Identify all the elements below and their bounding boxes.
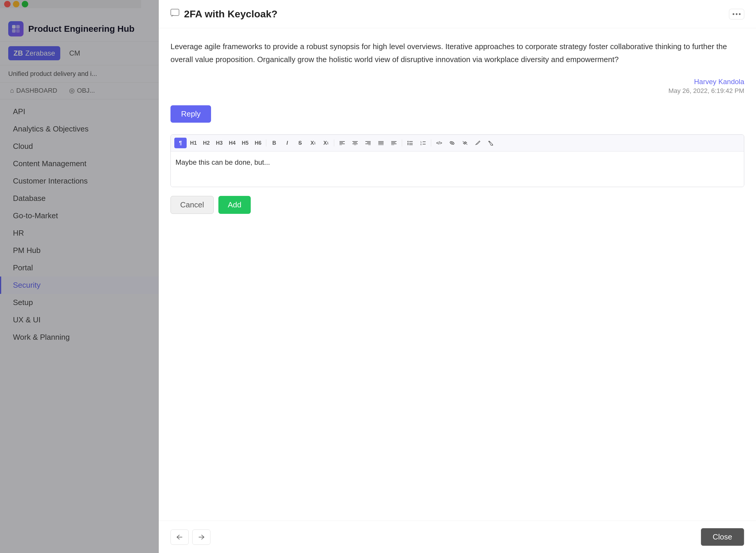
question-body-text: Leverage agile frameworks to provide a r… — [171, 40, 744, 66]
modal-chat-icon — [171, 9, 179, 19]
toolbar-align-none-btn[interactable] — [388, 138, 400, 148]
prev-arrow-button[interactable] — [171, 530, 189, 545]
toolbar-superscript-btn[interactable]: X1 — [307, 138, 319, 148]
toolbar-strikethrough-btn[interactable]: S — [294, 138, 306, 148]
toolbar-divider-2 — [334, 140, 334, 147]
toolbar-italic-btn[interactable]: I — [281, 138, 293, 148]
reply-editor: ¶ H1 H2 H3 H4 H5 H6 B I S X1 X1 — [171, 135, 744, 187]
modal-body: Leverage agile frameworks to provide a r… — [159, 28, 756, 521]
svg-point-25 — [407, 141, 408, 142]
navigation-arrows — [171, 530, 210, 545]
modal-header: 2FA with Keycloak? ••• — [159, 0, 756, 28]
toolbar-align-justify-btn[interactable] — [375, 138, 387, 148]
toolbar-h1-btn[interactable]: H1 — [187, 138, 200, 148]
toolbar-bullet-list-btn[interactable] — [404, 138, 416, 148]
toolbar-link-btn[interactable] — [446, 138, 458, 148]
toolbar-pen-btn[interactable] — [472, 138, 484, 148]
toolbar-paragraph-btn[interactable]: ¶ — [174, 138, 187, 148]
toolbar-code-btn[interactable]: </> — [433, 138, 445, 148]
toolbar-h5-btn[interactable]: H5 — [239, 138, 251, 148]
svg-text:1.: 1. — [420, 141, 422, 143]
modal-title-row: 2FA with Keycloak? — [171, 8, 277, 20]
reply-button[interactable]: Reply — [171, 105, 211, 123]
toolbar-divider-3 — [402, 140, 402, 147]
toolbar-ordered-list-btn[interactable]: 1.2. — [417, 138, 429, 148]
modal-dialog: 2FA with Keycloak? ••• Leverage agile fr… — [159, 0, 756, 553]
toolbar-h3-btn[interactable]: H3 — [213, 138, 225, 148]
svg-text:2.: 2. — [420, 143, 422, 145]
next-arrow-button[interactable] — [192, 530, 210, 545]
editor-toolbar: ¶ H1 H2 H3 H4 H5 H6 B I S X1 X1 — [171, 135, 744, 152]
add-button[interactable]: Add — [218, 196, 251, 214]
toolbar-bold-btn[interactable]: B — [268, 138, 280, 148]
modal-footer: Close — [159, 521, 756, 553]
toolbar-align-right-btn[interactable] — [362, 138, 374, 148]
toolbar-h2-btn[interactable]: H2 — [200, 138, 212, 148]
post-metadata: Harvey Kandola May 26, 2022, 6:19:42 PM — [171, 78, 744, 95]
svg-point-27 — [407, 143, 408, 144]
modal-title: 2FA with Keycloak? — [184, 8, 277, 20]
toolbar-h6-btn[interactable]: H6 — [252, 138, 264, 148]
toolbar-unlink-btn[interactable] — [459, 138, 471, 148]
cancel-button[interactable]: Cancel — [171, 196, 214, 214]
toolbar-divider-1 — [266, 140, 266, 147]
post-author: Harvey Kandola — [171, 78, 744, 86]
svg-rect-4 — [171, 9, 179, 16]
modal-menu-button[interactable]: ••• — [729, 9, 744, 19]
toolbar-h4-btn[interactable]: H4 — [226, 138, 239, 148]
post-date: May 26, 2022, 6:19:42 PM — [171, 87, 744, 95]
toolbar-divider-4 — [431, 140, 431, 147]
editor-actions: Cancel Add — [171, 196, 744, 214]
toolbar-fill-btn[interactable] — [485, 138, 497, 148]
toolbar-subscript-btn[interactable]: X1 — [320, 138, 332, 148]
close-button[interactable]: Close — [701, 528, 744, 546]
editor-content-area[interactable]: Maybe this can be done, but... — [171, 152, 744, 187]
toolbar-align-center-btn[interactable] — [349, 138, 361, 148]
svg-point-29 — [407, 144, 408, 145]
toolbar-align-left-btn[interactable] — [336, 138, 348, 148]
